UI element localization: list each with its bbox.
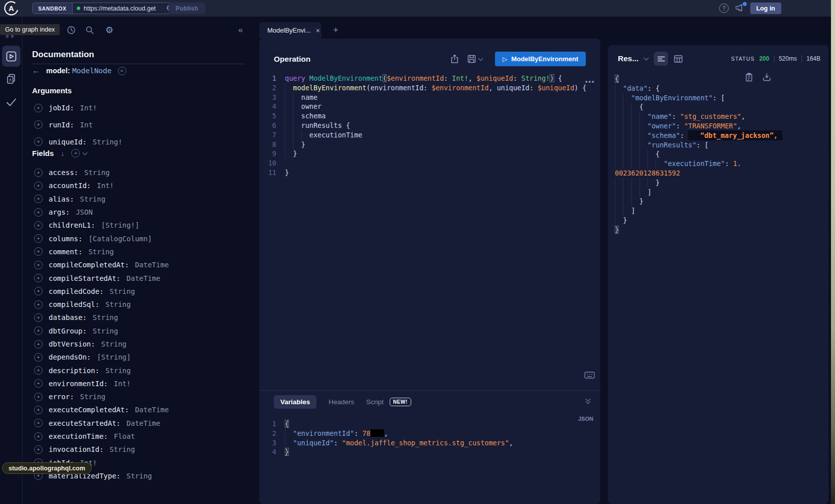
save-button[interactable]: [467, 55, 482, 63]
tab-close-icon[interactable]: ×: [316, 27, 320, 35]
search-icon[interactable]: [85, 26, 94, 35]
field-type[interactable]: DateTime: [135, 406, 169, 414]
endpoint-url[interactable]: https://metadata.cloud.get: [84, 5, 163, 12]
field-type[interactable]: String: [88, 248, 114, 256]
doc-field-row[interactable]: +alias:String: [34, 193, 169, 206]
run-operation-button[interactable]: ▷ ModelByEnvironment: [495, 52, 586, 66]
field-type[interactable]: Int!: [80, 104, 97, 112]
announcements-icon[interactable]: [735, 3, 746, 13]
share-icon[interactable]: [450, 54, 459, 64]
add-to-query-icon[interactable]: +: [34, 445, 43, 454]
help-icon[interactable]: ?: [719, 4, 729, 13]
field-type[interactable]: String: [93, 313, 118, 321]
variables-editor[interactable]: 1{2"environmentId": 782,3"uniqueId": "mo…: [259, 419, 513, 457]
doc-field-row[interactable]: +executionTime:Float: [34, 430, 169, 443]
add-to-query-icon[interactable]: +: [34, 195, 43, 203]
field-type[interactable]: DateTime: [126, 274, 160, 282]
doc-field-row[interactable]: +comment:String: [34, 245, 169, 258]
doc-field-row[interactable]: +uniqueId:String!: [34, 135, 122, 148]
doc-field-row[interactable]: +error:String: [34, 390, 169, 403]
endpoint-url-box[interactable]: https://metadata.cloud.get ⚙: [73, 3, 177, 14]
doc-field-row[interactable]: +compiledSql:String: [34, 298, 169, 311]
field-type[interactable]: Int!: [114, 380, 131, 388]
collapse-panel-icon[interactable]: «: [238, 25, 243, 35]
add-to-query-icon[interactable]: +: [34, 182, 43, 190]
doc-field-row[interactable]: +compileCompletedAt:DateTime: [34, 258, 169, 271]
field-type[interactable]: String: [105, 367, 131, 375]
add-all-fields-button[interactable]: +: [71, 149, 87, 157]
publish-button[interactable]: Publish: [169, 3, 205, 14]
doc-field-row[interactable]: +childrenL1:[String!]: [34, 219, 169, 232]
field-type[interactable]: [String]: [97, 353, 130, 361]
add-to-query-icon[interactable]: +: [34, 120, 43, 129]
field-type[interactable]: [String!]: [101, 221, 139, 229]
history-icon[interactable]: [67, 26, 76, 35]
field-type[interactable]: Float: [114, 432, 135, 440]
add-to-query-icon[interactable]: +: [34, 104, 43, 112]
sort-icon[interactable]: ↓: [61, 149, 64, 157]
add-to-query-icon[interactable]: +: [34, 313, 43, 322]
doc-field-row[interactable]: +executeCompletedAt:DateTime: [34, 403, 169, 416]
doc-field-row[interactable]: +compiledCode:String: [34, 285, 169, 298]
add-to-query-icon[interactable]: +: [34, 366, 43, 375]
add-to-query-icon[interactable]: +: [34, 326, 43, 335]
doc-field-row[interactable]: +access:String: [34, 166, 169, 179]
doc-field-row[interactable]: +environmentId:Int!: [34, 377, 169, 390]
add-to-query-icon[interactable]: +: [34, 247, 43, 256]
add-to-query-icon[interactable]: +: [34, 300, 43, 309]
field-type[interactable]: String: [110, 287, 135, 295]
add-to-query-icon[interactable]: +: [34, 208, 43, 217]
download-response-icon[interactable]: [763, 73, 771, 82]
doc-field-row[interactable]: +dbtGroup:String: [34, 324, 169, 338]
field-type[interactable]: String: [93, 327, 118, 335]
response-dropdown-icon[interactable]: [644, 56, 649, 61]
add-to-query-icon[interactable]: +: [34, 287, 43, 295]
settings-gear-icon[interactable]: ⚙: [105, 26, 113, 35]
add-to-query-icon[interactable]: +: [34, 353, 43, 362]
add-to-query-icon[interactable]: +: [34, 419, 43, 427]
field-type[interactable]: Int!: [97, 182, 114, 190]
doc-field-row[interactable]: +compileStartedAt:DateTime: [34, 271, 169, 284]
field-type[interactable]: String: [105, 300, 131, 308]
save-dropdown-icon[interactable]: [478, 56, 483, 61]
field-type[interactable]: [CatalogColumn]: [88, 235, 151, 243]
response-viewer[interactable]: {"data": {"modelByEnvironment": [{"name"…: [615, 74, 782, 235]
doc-field-row[interactable]: +columns:[CatalogColumn]: [34, 232, 169, 245]
copy-response-icon[interactable]: [745, 73, 753, 82]
field-type[interactable]: String: [80, 393, 106, 401]
tab-modelbyenvironment[interactable]: ModelByEnvi... ×: [259, 22, 321, 39]
add-to-query-icon[interactable]: +: [34, 432, 43, 441]
keyboard-shortcuts-icon[interactable]: [584, 372, 595, 379]
add-to-query-icon[interactable]: +: [34, 261, 43, 269]
doc-field-type-link[interactable]: ModelNode: [72, 67, 112, 75]
operation-editor[interactable]: 1query ModelByEnvironment($environmentId…: [259, 74, 587, 178]
add-to-query-icon[interactable]: +: [34, 393, 43, 401]
field-type[interactable]: DateTime: [135, 261, 169, 269]
sidebar-item-explorer[interactable]: [2, 46, 21, 67]
doc-field-row[interactable]: +dbtVersion:String: [34, 338, 169, 351]
add-to-query-icon[interactable]: +: [34, 379, 43, 388]
doc-field-row[interactable]: +accountId:Int!: [34, 179, 169, 192]
doc-field-row[interactable]: +invocationId:String: [34, 443, 169, 456]
add-to-query-icon[interactable]: +: [34, 406, 43, 414]
field-type[interactable]: String: [126, 472, 152, 480]
editor-menu-icon[interactable]: •••: [585, 78, 595, 85]
field-type[interactable]: String: [110, 445, 135, 453]
doc-field-row[interactable]: +database:String: [34, 311, 169, 324]
tab-script[interactable]: Script: [366, 398, 384, 406]
doc-field-row[interactable]: +args:JSON: [34, 206, 169, 219]
collapse-variables-icon[interactable]: [586, 399, 590, 403]
raw-view-button[interactable]: [654, 52, 668, 66]
add-to-query-icon[interactable]: +: [34, 234, 43, 243]
back-arrow-icon[interactable]: ←: [32, 66, 40, 75]
field-type[interactable]: String: [84, 169, 110, 177]
table-view-button[interactable]: [674, 55, 683, 63]
sidebar-item-checks[interactable]: [6, 97, 17, 107]
tab-headers[interactable]: Headers: [328, 398, 354, 406]
add-to-query-icon[interactable]: +: [34, 274, 43, 282]
field-type[interactable]: String!: [93, 138, 122, 146]
add-field-icon[interactable]: +: [118, 67, 126, 75]
tab-variables[interactable]: Variables: [274, 395, 316, 409]
field-type[interactable]: String: [80, 195, 106, 203]
field-type[interactable]: Int: [80, 121, 93, 129]
